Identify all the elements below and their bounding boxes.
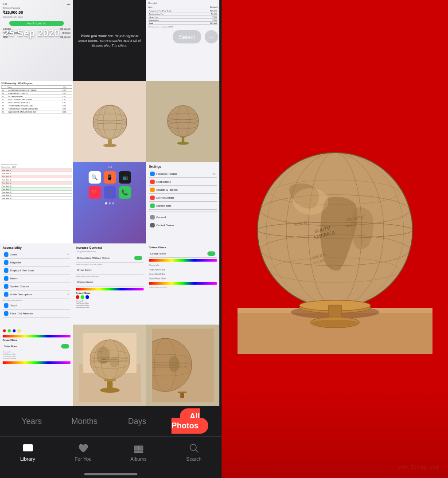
- albums-icon: [132, 442, 145, 454]
- bottom-nav: Years Months Days All Photos: [0, 406, 222, 478]
- shelf-accent: [222, 389, 448, 478]
- search-label: Search: [186, 456, 202, 462]
- quote-text: When god made me, he put together some b…: [78, 33, 142, 48]
- globe-container: SOUTH AMERICA NORTH ATLANTIC OCEAN PACIF…: [238, 133, 432, 328]
- svg-point-81: [311, 320, 359, 327]
- svg-rect-47: [27, 445, 32, 447]
- nav-albums[interactable]: Albums: [111, 440, 166, 462]
- search-icon: [188, 442, 200, 454]
- select-button[interactable]: Select: [173, 30, 201, 43]
- screenshot-quote[interactable]: When god made me, he put together some b…: [73, 0, 146, 81]
- tab-days[interactable]: Days: [111, 412, 164, 431]
- select-bar: Select ···: [173, 30, 218, 43]
- tab-months[interactable]: Months: [58, 412, 111, 431]
- screenshot-spreadsheet[interactable]: GIS University · MBA Program #NameCat 01…: [0, 81, 73, 162]
- tab-years[interactable]: Years: [5, 412, 58, 431]
- svg-rect-52: [139, 451, 143, 453]
- screenshot-grid: 9:41 ●●● BillDesk Payment ₹25,000.00 Sep…: [0, 0, 222, 406]
- globe-small-svg: [88, 95, 132, 149]
- svg-point-9: [103, 144, 117, 147]
- globe-main-svg: SOUTH AMERICA NORTH ATLANTIC OCEAN PACIF…: [238, 133, 432, 354]
- library-label: Library: [20, 456, 35, 462]
- svg-rect-50: [139, 446, 143, 450]
- globe-thumb2-svg: [161, 95, 205, 149]
- svg-point-18: [177, 141, 189, 145]
- globe-partial-svg: [152, 329, 214, 402]
- svg-rect-46: [24, 445, 27, 447]
- svg-point-69: [293, 188, 328, 215]
- screenshot-homescreen[interactable]: 5:49 🔍 📱 📺 ❤️ 🎵 📞: [73, 162, 146, 243]
- globe-thumb-svg: SOUTH AMERICA: [79, 329, 141, 402]
- screenshot-globe-partial[interactable]: [146, 325, 219, 406]
- screenshot-globe-small[interactable]: [73, 81, 146, 162]
- home-indicator: [84, 473, 137, 475]
- screenshot-colorfilter1[interactable]: Increase Contrast Using alternate color.…: [73, 243, 146, 325]
- svg-point-53: [190, 444, 196, 451]
- svg-rect-44: [180, 393, 184, 398]
- tab-all-photos[interactable]: All Photos: [164, 407, 216, 435]
- more-button[interactable]: ···: [205, 30, 218, 43]
- time-filter-tabs: Years Months Days All Photos: [0, 406, 222, 436]
- svg-rect-51: [134, 451, 139, 453]
- nav-search[interactable]: Search: [166, 440, 222, 462]
- bottom-icons-row: Library For You: [0, 436, 222, 472]
- nav-library[interactable]: Library: [0, 440, 55, 462]
- cell-amount: ₹25,000.00: [3, 10, 70, 15]
- cell-subtitle: BillDesk Payment: [3, 7, 70, 9]
- right-panel: SOUTH AMERICA NORTH ATLANTIC OCEAN PACIF…: [222, 0, 448, 478]
- svg-point-42: [169, 356, 179, 372]
- screenshot-payment[interactable]: 9:41 ●●● BillDesk Payment ₹25,000.00 Sep…: [0, 0, 73, 81]
- payment-btn: Pay ₹25,000.00: [9, 21, 63, 26]
- screenshot-colorfilter3[interactable]: Colour Filters Colour Filters Greyscale …: [0, 325, 73, 406]
- screenshot-globe-thumb2[interactable]: [146, 81, 219, 162]
- for-you-label: For You: [75, 456, 92, 462]
- svg-rect-49: [134, 446, 139, 450]
- svg-point-0: [93, 105, 127, 139]
- screenshot-spreadsheet2[interactable]: Examination Results Student List - MBA R…: [0, 162, 73, 243]
- screenshot-accessibility[interactable]: Accessibility Zoom Off Magnifier Display…: [0, 243, 73, 325]
- albums-label: Albums: [130, 456, 147, 462]
- library-icon: [22, 442, 34, 454]
- screenshots-area: 9:41 ●●● BillDesk Payment ₹25,000.00 Sep…: [0, 0, 222, 406]
- svg-point-10: [168, 106, 199, 137]
- svg-rect-48: [24, 448, 32, 451]
- svg-point-34: [100, 388, 120, 393]
- svg-line-54: [195, 450, 198, 453]
- svg-rect-32: [104, 379, 116, 381]
- screenshot-colorfilter2[interactable]: Colour Filters Colour Filters Greyscale …: [146, 243, 219, 325]
- date-header: 25 Sep 2020: [4, 27, 59, 39]
- screenshot-settings[interactable]: Settings Personal Hotspot Off Notificati…: [146, 162, 219, 243]
- left-panel: 9:41 ●●● BillDesk Payment ₹25,000.00 Sep…: [0, 0, 222, 478]
- screenshot-globe-main-thumb[interactable]: SOUTH AMERICA: [73, 325, 146, 406]
- nav-for-you[interactable]: For You: [55, 440, 111, 462]
- for-you-icon: [77, 442, 90, 454]
